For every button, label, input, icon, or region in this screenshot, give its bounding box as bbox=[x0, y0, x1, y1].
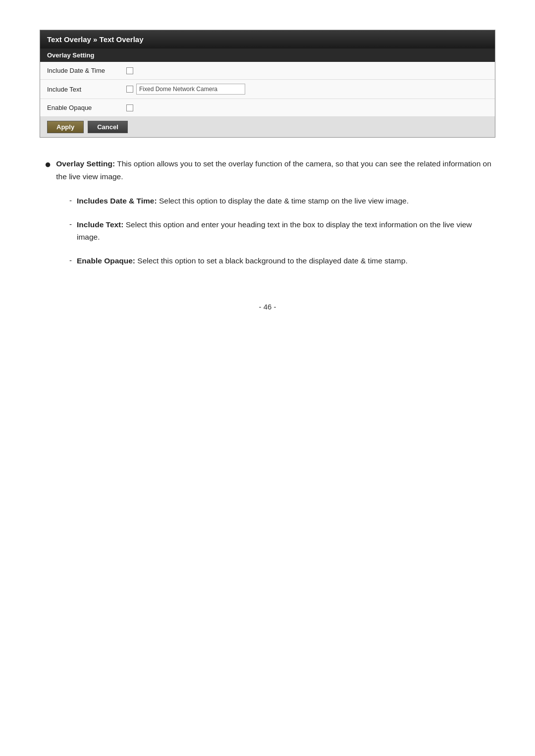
sub-dash-include-text-icon: - bbox=[69, 218, 72, 230]
page-number: - 46 - bbox=[40, 302, 495, 311]
bullet-overlay-setting: ● Overlay Setting: This option allows yo… bbox=[40, 157, 495, 183]
sub-dash-icon: - bbox=[69, 195, 72, 206]
label-include-text: Include Text bbox=[47, 86, 126, 93]
label-include-date-time: Include Date & Time bbox=[47, 67, 126, 74]
settings-panel: Text Overlay » Text Overlay Overlay Sett… bbox=[40, 30, 495, 138]
sub-include-text-text: Include Text: Select this option and ent… bbox=[77, 218, 495, 244]
cancel-button[interactable]: Cancel bbox=[88, 121, 128, 133]
control-include-date-time bbox=[126, 67, 133, 74]
sub-dash-enable-opaque-icon: - bbox=[69, 254, 72, 266]
sub-include-text-bold: Include Text: bbox=[77, 220, 123, 229]
row-include-text: Include Text bbox=[40, 80, 495, 99]
section-title: Overlay Setting bbox=[40, 49, 495, 62]
row-include-date-time: Include Date & Time bbox=[40, 62, 495, 80]
sub-item-include-text: - Include Text: Select this option and e… bbox=[40, 218, 495, 244]
sub-date-time-bold: Includes Date & Time: bbox=[77, 197, 157, 205]
panel-header: Text Overlay » Text Overlay bbox=[40, 30, 495, 49]
checkbox-include-text[interactable] bbox=[126, 86, 133, 93]
control-enable-opaque bbox=[126, 104, 133, 111]
sub-item-date-time: - Includes Date & Time: Select this opti… bbox=[40, 195, 495, 207]
bullet-overlay-text: Overlay Setting: This option allows you … bbox=[56, 157, 495, 183]
sub-enable-opaque-text: Enable Opaque: Select this option to set… bbox=[77, 254, 408, 267]
checkbox-include-date-time[interactable] bbox=[126, 67, 133, 74]
control-include-text bbox=[126, 84, 245, 95]
bullet-overlay-bold: Overlay Setting: bbox=[56, 159, 115, 168]
sub-item-enable-opaque: - Enable Opaque: Select this option to s… bbox=[40, 254, 495, 267]
documentation: ● Overlay Setting: This option allows yo… bbox=[40, 152, 495, 283]
apply-button[interactable]: Apply bbox=[47, 121, 84, 133]
input-include-text[interactable] bbox=[136, 84, 245, 95]
label-enable-opaque: Enable Opaque bbox=[47, 104, 126, 111]
sub-date-time-text: Includes Date & Time: Select this option… bbox=[77, 195, 409, 207]
row-enable-opaque: Enable Opaque bbox=[40, 99, 495, 117]
panel-footer: Apply Cancel bbox=[40, 117, 495, 137]
bullet-dot-icon: ● bbox=[45, 155, 51, 173]
sub-enable-opaque-bold: Enable Opaque: bbox=[77, 256, 135, 265]
checkbox-enable-opaque[interactable] bbox=[126, 104, 133, 111]
